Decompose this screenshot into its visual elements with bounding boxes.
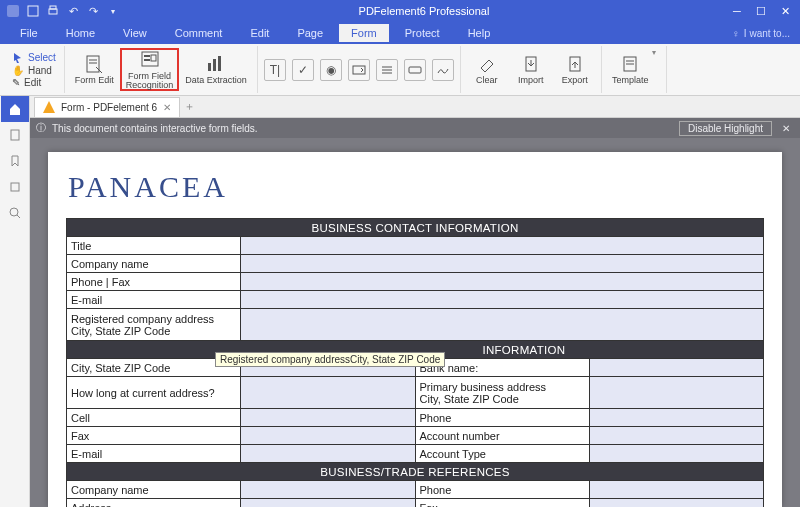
close-button[interactable]: ✕ <box>776 5 794 18</box>
button-tool[interactable] <box>404 59 426 81</box>
label-how-long: How long at current address? <box>67 377 241 409</box>
doc-title: PANACEA <box>68 170 764 204</box>
import-button[interactable]: Import <box>509 48 553 91</box>
menu-form[interactable]: Form <box>339 24 389 42</box>
label-phone2: Phone <box>415 409 589 427</box>
field-cell[interactable] <box>241 409 415 427</box>
label-email2: E-mail <box>67 445 241 463</box>
qat-save-icon[interactable] <box>26 4 40 18</box>
qat-pdf-icon[interactable] <box>6 4 20 18</box>
section-header-contact: BUSINESS CONTACT INFORMATION <box>67 219 764 237</box>
qat-undo-icon[interactable]: ↶ <box>66 4 80 18</box>
form-edit-icon <box>83 53 105 75</box>
menu-protect[interactable]: Protect <box>393 24 452 42</box>
field-ref-address[interactable] <box>241 499 415 508</box>
svg-line-27 <box>17 215 20 218</box>
svg-rect-10 <box>151 55 156 61</box>
field-phone-fax[interactable] <box>241 273 764 291</box>
field-email2[interactable] <box>241 445 415 463</box>
info-message: This document contains interactive form … <box>52 123 258 134</box>
import-icon <box>520 53 542 75</box>
qat-redo-icon[interactable]: ↷ <box>86 4 100 18</box>
signature-tool[interactable] <box>432 59 454 81</box>
menu-edit[interactable]: Edit <box>238 24 281 42</box>
menu-page[interactable]: Page <box>285 24 335 42</box>
sidebar-search[interactable] <box>1 200 29 226</box>
label-primary-addr: Primary business address City, State ZIP… <box>415 377 589 409</box>
svg-rect-2 <box>49 9 57 14</box>
radio-tool[interactable]: ◉ <box>320 59 342 81</box>
label-ref-address: Address <box>67 499 241 508</box>
combo-tool[interactable] <box>348 59 370 81</box>
data-extraction-button[interactable]: Data Extraction <box>179 48 253 91</box>
label-account-num: Account number <box>415 427 589 445</box>
disable-highlight-button[interactable]: Disable Highlight <box>679 121 772 136</box>
list-tool[interactable] <box>376 59 398 81</box>
field-how-long[interactable] <box>241 377 415 409</box>
field-account-type[interactable] <box>589 445 763 463</box>
document-area[interactable]: PANACEA BUSINESS CONTACT INFORMATION Tit… <box>30 138 800 507</box>
field-ref-phone[interactable] <box>589 481 763 499</box>
svg-rect-12 <box>213 59 216 71</box>
form-field-recognition-label: Form Field Recognition <box>126 72 174 91</box>
template-button[interactable]: Template <box>606 48 655 91</box>
minimize-button[interactable]: ─ <box>728 5 746 18</box>
menu-file[interactable]: File <box>8 24 50 42</box>
tab-close-button[interactable]: ✕ <box>163 102 171 113</box>
select-mode[interactable]: Select <box>12 52 56 64</box>
data-extraction-icon <box>205 53 227 75</box>
sidebar-attachments[interactable] <box>1 174 29 200</box>
sidebar-home[interactable] <box>1 96 29 122</box>
info-icon: ⓘ <box>36 121 46 135</box>
qat-print-icon[interactable] <box>46 4 60 18</box>
clear-button[interactable]: Clear <box>465 48 509 91</box>
info-bar: ⓘ This document contains interactive for… <box>30 118 800 138</box>
svg-rect-1 <box>28 6 38 16</box>
menu-comment[interactable]: Comment <box>163 24 235 42</box>
tab-strip: Form - PDFelement 6 ✕ ＋ <box>30 96 800 118</box>
menu-help[interactable]: Help <box>456 24 503 42</box>
hand-mode[interactable]: ✋Hand <box>12 65 56 76</box>
field-primary-addr[interactable] <box>589 377 763 409</box>
svg-rect-24 <box>11 130 19 140</box>
field-fax[interactable] <box>241 427 415 445</box>
field-account-num[interactable] <box>589 427 763 445</box>
left-sidebar <box>0 96 30 507</box>
document-tab[interactable]: Form - PDFelement 6 ✕ <box>34 97 180 117</box>
svg-rect-13 <box>218 56 221 71</box>
maximize-button[interactable]: ☐ <box>752 5 770 18</box>
label-account-type: Account Type <box>415 445 589 463</box>
field-company[interactable] <box>241 255 764 273</box>
text-field-tool[interactable]: T| <box>264 59 286 81</box>
export-icon <box>564 53 586 75</box>
field-title[interactable] <box>241 237 764 255</box>
infobar-close-button[interactable]: ✕ <box>778 123 794 134</box>
edit-mode[interactable]: ✎Edit <box>12 77 56 88</box>
checkbox-tool[interactable]: ✓ <box>292 59 314 81</box>
label-title: Title <box>67 237 241 255</box>
qat-dropdown-icon[interactable]: ▾ <box>106 4 120 18</box>
field-ref-fax[interactable] <box>589 499 763 508</box>
svg-rect-8 <box>144 55 150 57</box>
sidebar-bookmarks[interactable] <box>1 148 29 174</box>
add-tab-button[interactable]: ＋ <box>180 99 198 114</box>
field-reg-address[interactable] <box>241 309 764 341</box>
svg-rect-9 <box>144 59 150 61</box>
quick-access-toolbar: ↶ ↷ ▾ <box>6 4 120 18</box>
field-phone2[interactable] <box>589 409 763 427</box>
template-dropdown-icon[interactable]: ▾ <box>652 48 662 91</box>
label-ref-company: Company name <box>67 481 241 499</box>
menu-home[interactable]: Home <box>54 24 107 42</box>
form-field-recognition-button[interactable]: Form Field Recognition <box>120 48 180 91</box>
field-tooltip: Registered company addressCity, State ZI… <box>215 352 445 367</box>
export-button[interactable]: Export <box>553 48 597 91</box>
field-bank[interactable] <box>589 359 763 377</box>
form-edit-button[interactable]: Form Edit <box>69 48 120 91</box>
field-email[interactable] <box>241 291 764 309</box>
menu-view[interactable]: View <box>111 24 159 42</box>
app-title: PDFelement6 Professional <box>120 5 728 17</box>
sidebar-thumbnails[interactable] <box>1 122 29 148</box>
warning-icon <box>43 101 55 113</box>
i-want-to[interactable]: ♀I want to... <box>732 28 790 39</box>
field-ref-company[interactable] <box>241 481 415 499</box>
